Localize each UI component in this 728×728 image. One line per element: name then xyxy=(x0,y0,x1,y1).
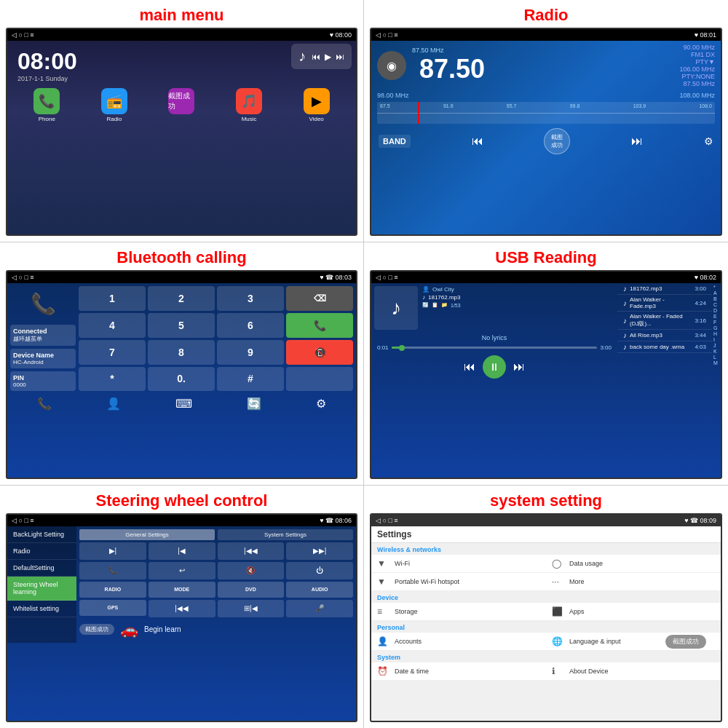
sw-btn-return[interactable]: ↩ xyxy=(149,562,215,579)
radio-play-button[interactable]: 截图成功 xyxy=(544,128,570,154)
bt-key-5[interactable]: 5 xyxy=(148,313,215,338)
usb-statusbar: ◁ ○ □ ≡ ♥ 08:02 xyxy=(371,272,721,283)
sw-tab-general[interactable]: General Settings xyxy=(79,529,215,540)
sw-menu-default[interactable]: DefaultSetting xyxy=(7,560,76,577)
bt-key-8[interactable]: 8 xyxy=(148,340,215,365)
bt-statusbar: ◁ ○ □ ≡ ♥ ☎ 08:03 xyxy=(7,272,356,283)
usb-track-item-1[interactable]: ♪ 181762.mp3 3:00 xyxy=(617,283,712,295)
main-menu-time: 08:00 xyxy=(12,44,83,75)
sw-btn-radio-label[interactable]: RADIO xyxy=(79,582,146,598)
radio-next-button[interactable]: ⏭ xyxy=(631,135,643,148)
bt-key-2[interactable]: 2 xyxy=(148,286,215,311)
sw-btn-mute[interactable]: 🔇 xyxy=(218,562,285,579)
usb-track-item-4[interactable]: ♪ All Rise.mp3 3:44 xyxy=(617,330,712,341)
call-icon: 📞 xyxy=(31,292,56,316)
usb-next-button[interactable]: ⏭ xyxy=(513,360,525,373)
sys-item-hotspot[interactable]: ▼ Portable Wi-Fi hotspot xyxy=(371,573,546,591)
sys-personal-row: 👤 Accounts 🌐 Language & input 截图成功 xyxy=(371,633,721,651)
bt-key-4[interactable]: 4 xyxy=(79,313,146,338)
sw-btn-gps-label[interactable]: GPS xyxy=(79,600,146,616)
app-music[interactable]: 🎵 Music xyxy=(236,88,262,122)
sw-btn-dvd-label[interactable]: DVD xyxy=(218,582,285,598)
bt-calls-icon[interactable]: 📞 xyxy=(37,397,52,411)
usb-prev-button[interactable]: ⏮ xyxy=(464,360,475,373)
bt-key-hangup[interactable]: 📵 xyxy=(286,340,353,365)
bt-contacts-icon[interactable]: 👤 xyxy=(106,397,121,411)
sw-btn-skip-back[interactable]: |◀◀ xyxy=(218,542,285,560)
radio-prev-button[interactable]: ⏮ xyxy=(472,135,483,148)
bt-key-1[interactable]: 1 xyxy=(79,286,146,311)
bt-settings-icon[interactable]: ⚙ xyxy=(316,397,326,411)
bt-key-7[interactable]: 7 xyxy=(79,340,146,365)
sys-item-wifi[interactable]: ▼ Wi-Fi xyxy=(371,555,546,573)
usb-track-item-5[interactable]: ♪ back some day .wma 4:03 xyxy=(617,341,712,353)
bt-key-hash[interactable]: # xyxy=(217,367,284,392)
radio-band-button[interactable]: BAND xyxy=(379,135,411,148)
usb-play-button[interactable]: ⏸ xyxy=(483,355,506,379)
sw-btn-next2[interactable]: ⊞|◀ xyxy=(218,600,285,617)
sw-btn-seek-back[interactable]: |◀ xyxy=(149,542,215,560)
sw-buttons-row2: 📞 ↩ 🔇 ⏻ xyxy=(79,562,353,579)
bt-keypad: 1 2 3 ⌫ 4 5 6 📞 7 8 9 📵 * 0. # xyxy=(79,286,353,391)
sys-item-storage[interactable]: ≡ Storage xyxy=(371,603,546,621)
app-settings[interactable]: 截图成功 xyxy=(168,88,194,122)
sw-menu-backlight[interactable]: BackLight Setting xyxy=(7,526,76,543)
sw-btn-prev-track[interactable]: ▶| xyxy=(79,542,146,560)
sw-tab-system[interactable]: System Settings xyxy=(218,529,353,540)
main-menu-top: 08:00 2017-1-1 Sunday ♪ ⏮ ▶ ⏭ xyxy=(7,41,356,85)
bt-key-star[interactable]: * xyxy=(79,367,146,392)
bt-key-3[interactable]: 3 xyxy=(217,286,284,311)
cell-main-menu: main menu ◁ ○ □ ≡ ♥ 08:00 08:00 2017-1-1… xyxy=(0,0,364,242)
sw-menu-whitelist[interactable]: Whitelist setting xyxy=(7,601,76,617)
usb-track-item-3[interactable]: ♪ Alan Walker - Faded (DJ版)... 3:16 xyxy=(617,312,712,330)
sys-item-more[interactable]: ··· More xyxy=(546,573,721,591)
usb-tracklist: ♪ 181762.mp3 3:00 ♪ Alan Walker - Fade.m… xyxy=(617,283,712,381)
bt-key-0[interactable]: 0. xyxy=(148,367,215,392)
system-label: system setting xyxy=(490,491,602,510)
more-icon: ··· xyxy=(552,577,563,587)
radio-settings-icon[interactable]: ⚙ xyxy=(704,135,713,147)
usb-track-item-2[interactable]: ♪ Alan Walker - Fade.mp3 4:24 xyxy=(617,295,712,312)
bt-key-6[interactable]: 6 xyxy=(217,313,284,338)
steering-screen: ◁ ○ □ ≡ ♥ ☎ 08:06 BackLight Setting Radi… xyxy=(6,513,357,722)
sw-btn-audio-label[interactable]: AUDIO xyxy=(286,582,353,598)
sw-menu-steering-wheel[interactable]: Steering Wheel learning xyxy=(7,577,76,601)
sw-menu-radio[interactable]: Radio xyxy=(7,543,76,560)
sys-wireless-row: ▼ Wi-Fi ◯ Data usage xyxy=(371,555,721,573)
cell-steering: Steering wheel control ◁ ○ □ ≡ ♥ ☎ 08:06… xyxy=(0,486,364,728)
bt-key-del[interactable]: ⌫ xyxy=(286,286,353,311)
sw-btn-mode-label[interactable]: MODE xyxy=(149,582,215,598)
sys-item-about[interactable]: ℹ About Device xyxy=(546,662,721,681)
sw-btn-prev2[interactable]: |◀◀ xyxy=(149,600,215,617)
sys-item-language[interactable]: 🌐 Language & input 截图成功 xyxy=(546,633,721,651)
sys-item-datetime[interactable]: ⏰ Date & time xyxy=(371,662,546,681)
sw-capture-button[interactable]: 截图成功 xyxy=(79,624,114,635)
sys-item-accounts[interactable]: 👤 Accounts xyxy=(371,633,546,651)
app-video[interactable]: ▶ Video xyxy=(304,88,330,122)
usb-label: USB Reading xyxy=(495,248,596,267)
sw-car-icon: 🚗 xyxy=(120,621,138,638)
sw-tabs: General Settings System Settings xyxy=(79,529,353,540)
radio-freq-info: 90.00 MHz FM1 DX PTY▼ 106.00 MHz PTY:NON… xyxy=(679,44,715,87)
sys-system-row: ⏰ Date & time ℹ About Device xyxy=(371,662,721,681)
bt-key-9[interactable]: 9 xyxy=(217,340,284,365)
sw-btn-power[interactable]: ⏻ xyxy=(286,562,353,579)
usb-progress-bar[interactable]: 0:01 3:00 xyxy=(371,343,617,352)
sw-statusbar: ◁ ○ □ ≡ ♥ ☎ 08:06 xyxy=(7,515,356,526)
bt-key-call[interactable]: 📞 xyxy=(286,313,353,338)
music-widget[interactable]: ♪ ⏮ ▶ ⏭ xyxy=(291,44,352,69)
app-phone[interactable]: 📞 Phone xyxy=(33,88,60,122)
sw-btn-mic[interactable]: 🎤 xyxy=(286,600,353,617)
sys-device-row: ≡ Storage ⬛ Apps xyxy=(371,603,721,621)
usb-top: ♪ 👤 Owl City ♪ 181762.mp3 🔄 xyxy=(371,283,617,333)
sw-buttons-row3: RADIO MODE DVD AUDIO xyxy=(79,582,353,598)
bt-content: 📞 Connected 越环越茧单 Device Name HC-Android… xyxy=(7,283,356,394)
bt-keypad-icon[interactable]: ⌨ xyxy=(175,397,192,411)
radio-controls: BAND ⏮ 截图成功 ⏭ ⚙ xyxy=(371,125,721,157)
app-radio[interactable]: 📻 Radio xyxy=(101,88,127,122)
sys-item-apps[interactable]: ⬛ Apps xyxy=(546,603,721,621)
sw-btn-skip-fwd[interactable]: ▶▶| xyxy=(286,542,353,560)
bt-sync-icon[interactable]: 🔄 xyxy=(247,397,261,411)
sw-btn-call[interactable]: 📞 xyxy=(79,562,146,579)
sys-item-data-usage[interactable]: ◯ Data usage xyxy=(546,555,721,573)
